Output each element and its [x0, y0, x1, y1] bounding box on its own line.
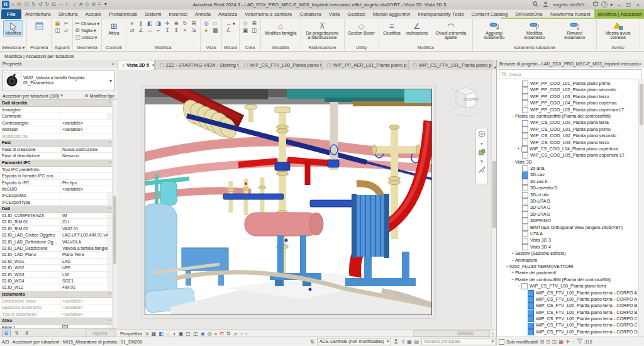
- viewbar-constraints[interactable]: ⊓: [220, 330, 224, 337]
- qat-section[interactable]: ⊘: [90, 1, 97, 7]
- ribbon-tab-prefabbricati[interactable]: Prefabbricati: [105, 9, 141, 19]
- ribbon-panel-label[interactable]: Controlli: [102, 44, 126, 51]
- select-links-icon[interactable]: ⊞: [540, 339, 545, 345]
- properties-close-icon[interactable]: ×: [112, 60, 114, 68]
- tree-item-wip-cs-coo-l04-pianta-piano-copertura[interactable]: +WIP_CS_COO_L04_Pianta piano copertura: [497, 146, 639, 152]
- zoom-icon[interactable]: [479, 148, 486, 157]
- tree-item-wip-cs-coo-l05-pianta-piano-copertura-lt[interactable]: WIP_CS_COO_L05_Pianta piano copertura LT: [497, 152, 639, 159]
- tree-item-wip-pp-coo-l03-pianta-piano-terzo[interactable]: WIP_PP_COO_L03_Pianta piano terzo: [497, 94, 639, 100]
- ribbon-tool-align[interactable]: ≡: [128, 20, 136, 27]
- apply-button[interactable]: Applica: [86, 330, 114, 337]
- tree-item-wip-cs-coo-l02-pianta-piano-secondo[interactable]: WIP_CS_COO_L02_Pianta piano secondo: [497, 133, 639, 139]
- ribbon-tool-graphics[interactable]: ▦: [211, 27, 219, 34]
- filter-icon[interactable]: [577, 338, 582, 345]
- tree-item-piante-dei-controsoffitti-pianta-dei-controsoffitti[interactable]: −Piante dei controsoffitti (Pianta dei c…: [497, 277, 639, 283]
- property-section-altro[interactable]: Altro^: [0, 318, 113, 325]
- tree-item-3d-cav[interactable]: 3D-cav: [497, 172, 639, 178]
- ribbon-button-section-boxer[interactable]: ◇Section Boxer: [347, 20, 377, 36]
- tree-expander-icon[interactable]: +: [511, 257, 515, 264]
- tree-item-wip-cs-ftv-l00-pianta-piano-terra-corpo-c-nor[interactable]: WIP_CS_FTV_L00_Pianta piano terra - CORP…: [497, 316, 639, 322]
- ribbon-tab-struttura[interactable]: Struttura: [55, 9, 82, 19]
- tree-item-wip-cs-ftv-l00-pianta-piano-terra-corpo-b-sud[interactable]: WIP_CS_FTV_L00_Pianta piano terra - CORP…: [497, 310, 639, 316]
- ribbon-button-rimuovi-isolamento[interactable]: ×Rimuovi isolamento: [555, 20, 594, 42]
- property-value[interactable]: <variabile>: [60, 311, 113, 317]
- browser-scrollbar[interactable]: [638, 79, 644, 337]
- tree-item-wip-pp-coo-l01-pianta-piano-primo[interactable]: WIP_PP_COO_L01_Pianta piano primo: [497, 81, 639, 87]
- viewbar-crop-region[interactable]: ▢: [186, 330, 191, 337]
- tree-item-vista-3d-4[interactable]: Vista 3D 4: [497, 244, 639, 250]
- ribbon-tab-gestisci[interactable]: Gestisci: [343, 9, 369, 19]
- revit-logo-icon[interactable]: R: [2, 1, 9, 8]
- ribbon-tool-copy2[interactable]: ⊕: [172, 20, 180, 27]
- view-cube[interactable]: SINISTRA ⌂: [448, 81, 483, 119]
- sort-asc-icon[interactable]: ⇅: [13, 330, 21, 337]
- property-value[interactable]: Valvola a farfalla flangiat...: [60, 245, 108, 251]
- qat-redo[interactable]: ↻: [43, 1, 50, 7]
- ribbon-button-aggiungi-isolamento[interactable]: +Aggiungi isolamento: [475, 20, 514, 42]
- ribbon-tool-angle[interactable]: ∠: [226, 27, 235, 33]
- ribbon-tool-unpin[interactable]: ↥: [172, 27, 180, 34]
- tree-item-wip-cs-ftv-l00-pianta-piano-terra-corpo-d-sud[interactable]: WIP_CS_FTV_L00_Pianta piano terra - CORP…: [497, 329, 639, 335]
- ribbon-panel-label[interactable]: Seleziona ▾: [0, 44, 26, 51]
- viewbar-reveal-hidden[interactable]: ●: [214, 330, 218, 337]
- category-dropdown-icon[interactable]: ▾: [59, 93, 63, 98]
- type-selector[interactable]: VA02_Valvola a farfalla flangiata 01_Par…: [3, 70, 114, 91]
- scroll-right-icon[interactable]: ‹: [492, 330, 494, 337]
- ribbon-tool-scissors[interactable]: ✂: [62, 20, 70, 27]
- ribbon-panel-label[interactable]: Utility: [345, 44, 379, 51]
- viewbar-crop-view[interactable]: ▣: [179, 330, 184, 337]
- ribbon-tab-acciaio[interactable]: Acciaio: [81, 9, 105, 19]
- tree-expander-icon[interactable]: +: [516, 146, 521, 152]
- property-value[interactable]: UFF: [60, 265, 108, 271]
- ribbon-panel-label[interactable]: Modalità: [261, 44, 301, 51]
- tree-item-animazioni[interactable]: +Animazioni: [497, 257, 639, 264]
- viewbar-render[interactable]: ◉: [201, 330, 205, 337]
- ribbon-tab-vista[interactable]: Vista: [325, 9, 344, 19]
- ribbon-tool-split[interactable]: ⇄: [128, 27, 136, 34]
- ribbon-button-properties[interactable]: [29, 20, 49, 32]
- ribbon-tool-mirror2[interactable]: ◨: [155, 20, 162, 27]
- restore-button[interactable]: ▢: [624, 2, 634, 8]
- ribbon-panel-label[interactable]: Appunti: [52, 44, 72, 51]
- property-value[interactable]: VA02.01: [60, 226, 108, 232]
- ribbon-panel-label[interactable]: Isolamento tubazione: [473, 44, 596, 51]
- property-value[interactable]: <variabile>: [60, 304, 113, 310]
- qat-home[interactable]: ⌂: [10, 1, 16, 7]
- viewbar-scale[interactable]: ⇲: [145, 330, 149, 337]
- ribbon-tool-scale[interactable]: ⇲: [190, 27, 197, 34]
- ribbon-tab-annota[interactable]: Annota: [191, 9, 214, 19]
- tree-item-vista-3d-3[interactable]: Vista 3D 3: [497, 237, 639, 243]
- tree-expander-icon[interactable]: −: [505, 264, 509, 270]
- tree-item-bimtrack-orthogonal-view-angelo-zito5-ybt[interactable]: BIMTrack Orthogonal View (angelo.zito5/Y…: [497, 225, 639, 231]
- ribbon-button-chiudi-estremit-aperte[interactable]: ◠Chiudi estremità aperte: [431, 20, 470, 42]
- user-icon[interactable]: [541, 1, 550, 8]
- steering-wheel-icon[interactable]: [478, 130, 486, 139]
- ribbon-tool-paste[interactable]: ▣: [53, 20, 61, 27]
- tree-item-3dprimo[interactable]: 3DPRIMO: [497, 218, 639, 224]
- tree-item-3d-uta-d[interactable]: 3D-UTA D: [497, 211, 639, 218]
- ribbon-button-attiva[interactable]: ⊞Attiva: [104, 20, 124, 36]
- ribbon-tool-reveal[interactable]: ●: [203, 27, 210, 34]
- nav-dropdown-icon[interactable]: ▾: [480, 141, 483, 147]
- viewbar-more[interactable]: ‹: [245, 330, 247, 337]
- property-value[interactable]: <variabile>: [60, 298, 113, 304]
- ribbon-tool-cimasa[interactable]: ✂Cimasa ▾: [75, 20, 99, 27]
- view-scale-label[interactable]: Prospettiva: [120, 332, 142, 336]
- view-tab-wip-cs-ftv-l01-pianta-piano-primo[interactable]: ▢WIP_CS_FTV_L01_Pianta piano primo: [408, 60, 492, 70]
- ribbon-tool-hide[interactable]: ◎: [203, 20, 210, 27]
- 3d-view-crop[interactable]: [145, 89, 432, 315]
- qat-undo[interactable]: ↺: [37, 1, 44, 7]
- ribbon-tab-interoperability-tools[interactable]: Interoperability Tools: [414, 9, 467, 19]
- tree-item-uta-a[interactable]: UTA A: [497, 231, 639, 237]
- zoom-dropdown-icon[interactable]: ▾: [480, 159, 483, 164]
- property-value[interactable]: Nuova costruzione: [60, 147, 113, 152]
- property-section-dati-identit[interactable]: Dati identità^: [0, 100, 113, 107]
- tree-item-piante-dei-controsoffitti-pianta-dei-controsoffitti[interactable]: −Piante dei controsoffitti (Pianta dei c…: [497, 113, 639, 120]
- ribbon-tab-volumetrie-e-cantiere[interactable]: Volumetrie e cantiere: [241, 9, 296, 19]
- tree-expander-icon[interactable]: −: [516, 283, 521, 289]
- viewbar-displace[interactable]: ⊿: [233, 330, 238, 337]
- edit-type-button[interactable]: ⊞ Modifica tipo: [85, 93, 114, 98]
- viewbar-crop-visibility[interactable]: ◫: [193, 330, 198, 337]
- ribbon-tab-collabora[interactable]: Collabora: [296, 9, 325, 19]
- type-selector-dropdown-icon[interactable]: ▾: [108, 78, 113, 84]
